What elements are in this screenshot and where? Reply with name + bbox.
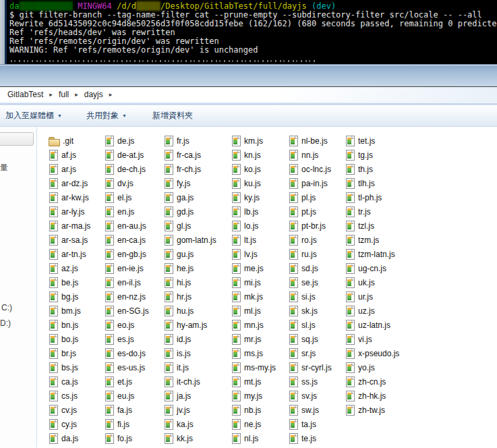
file-item[interactable]: tlh.js — [345, 176, 399, 190]
file-item[interactable]: me.js — [231, 261, 276, 275]
file-item[interactable]: tg.js — [345, 148, 399, 162]
file-item[interactable]: ss.js — [289, 374, 332, 389]
file-item[interactable]: de-at.js — [105, 148, 149, 162]
file-item[interactable]: zh-tw.js — [345, 403, 399, 417]
file-item[interactable]: ar-tn.js — [49, 247, 90, 261]
file-item[interactable]: gu.js — [164, 247, 216, 261]
file-item[interactable]: tzm.js — [345, 233, 399, 247]
file-item[interactable]: pa-in.js — [289, 176, 332, 190]
file-item[interactable]: is.js — [164, 346, 216, 360]
file-item[interactable]: fr.js — [164, 134, 216, 148]
file-item[interactable]: ar-ly.js — [49, 204, 90, 219]
file-item[interactable]: bo.js — [49, 332, 90, 346]
file-item[interactable]: pt.js — [289, 204, 332, 219]
file-item[interactable]: lo.js — [231, 219, 276, 233]
file-item[interactable]: jv.js — [164, 403, 216, 417]
file-item[interactable]: ga.js — [164, 190, 216, 204]
file-item[interactable]: tzm-latn.js — [345, 247, 399, 261]
file-item[interactable]: kn.js — [231, 148, 276, 162]
file-item[interactable]: id.js — [164, 332, 216, 346]
file-item[interactable]: tzl.js — [345, 219, 399, 233]
file-item[interactable]: ar.js — [49, 162, 90, 176]
file-item[interactable]: hi.js — [164, 275, 216, 289]
file-item[interactable]: br.js — [49, 346, 90, 360]
file-item[interactable]: ms-my.js — [231, 360, 276, 374]
file-item[interactable]: sk.js — [289, 304, 332, 318]
sidebar-item-libraries[interactable]: 量 — [0, 162, 8, 173]
file-item[interactable]: zh-hk.js — [345, 389, 399, 403]
file-item[interactable]: it.js — [164, 360, 216, 374]
file-item[interactable]: sd.js — [289, 261, 332, 275]
file-item[interactable]: dv.js — [105, 176, 149, 190]
file-item[interactable]: de.js — [105, 134, 149, 148]
file-item[interactable]: nl.js — [231, 431, 276, 445]
file-item[interactable]: et.js — [105, 374, 149, 389]
file-item[interactable]: es-do.js — [105, 346, 149, 360]
file-item[interactable]: oc-lnc.js — [289, 162, 332, 176]
file-item[interactable]: fo.js — [105, 431, 149, 445]
file-item[interactable]: ca.js — [49, 374, 90, 389]
breadcrumb-item[interactable]: full — [57, 88, 71, 101]
file-item[interactable]: nl-be.js — [289, 134, 332, 148]
file-item[interactable]: es-us.js — [105, 360, 149, 374]
file-item[interactable]: da.js — [49, 431, 90, 445]
file-item[interactable]: de-ch.js — [105, 162, 149, 176]
file-item[interactable]: en-ie.js — [105, 261, 149, 275]
file-item[interactable]: fy.js — [164, 176, 216, 190]
file-item[interactable]: ne.js — [231, 417, 276, 431]
file-item[interactable]: mt.js — [231, 374, 276, 389]
address-bar[interactable]: GitlabTest▸full▸dayjs▸ — [0, 87, 497, 102]
file-item[interactable]: en-SG.js — [105, 304, 149, 318]
file-item[interactable]: lb.js — [231, 204, 276, 219]
file-item[interactable]: gl.js — [164, 219, 216, 233]
file-item[interactable]: uz.js — [345, 304, 399, 318]
file-item[interactable]: gom-latn.js — [164, 233, 216, 247]
file-item[interactable]: sw.js — [289, 403, 332, 417]
navigation-pane[interactable]: 量 C:) D:) — [0, 127, 37, 447]
file-item[interactable]: ml.js — [231, 304, 276, 318]
file-item[interactable]: pt-br.js — [289, 219, 332, 233]
file-item[interactable]: fa.js — [105, 403, 149, 417]
file-item[interactable]: bm.js — [49, 304, 90, 318]
file-item[interactable]: ar-dz.js — [49, 176, 90, 190]
file-item[interactable]: ka.js — [164, 417, 216, 431]
file-item[interactable]: en-au.js — [105, 219, 149, 233]
sidebar-item-drive-c[interactable]: C:) — [1, 303, 12, 312]
file-item[interactable]: uz-latn.js — [345, 318, 399, 332]
file-item[interactable]: en-gb.js — [105, 247, 149, 261]
file-item[interactable]: ru.js — [289, 247, 332, 261]
file-item[interactable]: sq.js — [289, 332, 332, 346]
folder-item[interactable]: .git — [49, 134, 90, 148]
breadcrumb-separator-icon[interactable]: ▸ — [109, 91, 113, 98]
file-item[interactable]: ug-cn.js — [345, 261, 399, 275]
file-item[interactable]: es.js — [105, 332, 149, 346]
file-item[interactable]: sl.js — [289, 318, 332, 332]
toolbar-button[interactable]: 共用對象▼ — [84, 107, 129, 124]
file-item[interactable]: sv.js — [289, 389, 332, 403]
file-item[interactable]: ta.js — [289, 417, 332, 431]
file-item[interactable]: bg.js — [49, 289, 90, 304]
file-item[interactable]: ur.js — [345, 289, 399, 304]
file-item[interactable]: en.js — [105, 204, 149, 219]
file-item[interactable]: mi.js — [231, 275, 276, 289]
file-item[interactable]: az.js — [49, 261, 90, 275]
file-item[interactable]: it-ch.js — [164, 374, 216, 389]
file-item[interactable]: he.js — [164, 261, 216, 275]
file-item[interactable]: af.js — [49, 148, 90, 162]
file-item[interactable]: sr.js — [289, 346, 332, 360]
file-item[interactable]: hu.js — [164, 304, 216, 318]
navigation-pane-button[interactable] — [0, 132, 34, 146]
file-item[interactable]: el.js — [105, 190, 149, 204]
file-item[interactable]: tet.js — [345, 134, 399, 148]
explorer-titlebar[interactable] — [0, 64, 497, 86]
file-item[interactable]: fi.js — [105, 417, 149, 431]
file-item[interactable]: x-pseudo.js — [345, 346, 399, 360]
file-item[interactable]: hy-am.js — [164, 318, 216, 332]
file-item[interactable]: tr.js — [345, 204, 399, 219]
toolbar-button[interactable]: 加入至媒體櫃▼ — [3, 107, 64, 124]
file-item[interactable]: zh-cn.js — [345, 374, 399, 389]
breadcrumb-separator-icon[interactable]: ▸ — [75, 91, 78, 98]
file-item[interactable]: sr-cyrl.js — [289, 360, 332, 374]
file-item[interactable]: cs.js — [49, 389, 90, 403]
file-item[interactable]: ku.js — [231, 176, 276, 190]
